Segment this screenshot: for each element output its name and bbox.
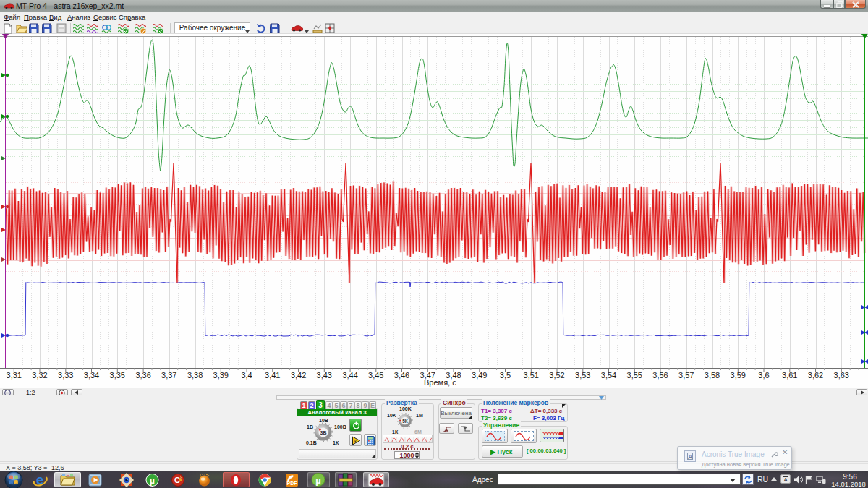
svg-text:µ: µ [150,476,155,486]
svg-text:3,56: 3,56 [652,371,668,380]
svg-text:3,42: 3,42 [291,371,306,380]
svg-text:3,35: 3,35 [110,371,125,380]
svg-text:3,6: 3,6 [758,371,769,380]
svg-text:3,37: 3,37 [161,371,176,380]
svg-text:3,55: 3,55 [627,371,642,380]
svg-text:3В: 3В [320,430,327,435]
svg-text:3,38: 3,38 [187,371,203,380]
svg-text:3,36: 3,36 [135,371,150,380]
svg-text:3,44: 3,44 [342,371,357,380]
svg-text:3,51: 3,51 [524,371,539,380]
svg-text:3,4: 3,4 [241,371,252,380]
svg-text:µ: µ [315,475,321,486]
svg-text:3,54: 3,54 [601,371,616,380]
svg-text:3,62: 3,62 [808,371,823,380]
svg-text:3,53: 3,53 [575,371,590,380]
svg-text:PDF: PDF [287,481,298,486]
svg-text:3,61: 3,61 [782,371,797,380]
svg-text:3,52: 3,52 [549,371,564,380]
svg-text:3,45: 3,45 [368,371,383,380]
svg-text:Время, с: Время, с [424,378,456,387]
svg-text:3,63: 3,63 [834,371,849,380]
svg-text:3,34: 3,34 [84,371,99,380]
svg-text:5К: 5К [402,419,408,424]
svg-text:3,43: 3,43 [317,371,332,380]
svg-text:3,57: 3,57 [678,371,694,380]
svg-text:3,33: 3,33 [58,371,73,380]
svg-text:3,32: 3,32 [32,371,47,380]
svg-text:3,39: 3,39 [213,371,229,380]
svg-text:3,31: 3,31 [7,371,22,380]
svg-text:3,49: 3,49 [472,371,487,380]
svg-text:3,5: 3,5 [500,371,511,380]
svg-text:3,58: 3,58 [705,371,720,380]
svg-text:3,46: 3,46 [394,371,409,380]
svg-text:3,59: 3,59 [731,371,746,380]
svg-text:3,41: 3,41 [265,371,280,380]
